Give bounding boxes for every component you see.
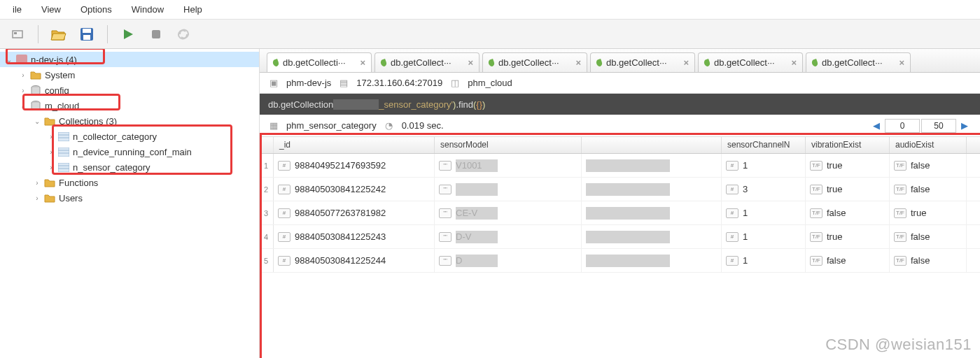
cell-vibrationexist: T/Ffalse <box>806 249 890 272</box>
cell-sensormodel: ""V1001 <box>435 154 582 177</box>
save-icon[interactable] <box>76 24 97 45</box>
close-icon[interactable]: × <box>575 57 581 68</box>
chevron-right-icon[interactable]: › <box>18 87 28 94</box>
type-badge-icon: T/F <box>894 161 906 171</box>
toolbar <box>0 20 980 49</box>
menu-window[interactable]: Window <box>122 1 174 17</box>
close-icon[interactable]: × <box>468 57 473 68</box>
close-icon[interactable]: × <box>360 57 365 68</box>
menu-file[interactable]: ile <box>3 1 31 17</box>
col-sensormodel[interactable]: sensorModel <box>435 137 582 153</box>
connect-icon[interactable] <box>7 24 28 45</box>
open-icon[interactable] <box>48 24 69 45</box>
cell-id: #988405030841225243 <box>274 225 435 248</box>
type-badge-icon: T/F <box>810 185 822 194</box>
table-row[interactable]: 5#988405030841225244""D#1T/FfalseT/Ffals… <box>260 249 980 273</box>
table-row[interactable]: 2#988405030841225242""#3T/FtrueT/Ffalse <box>260 178 980 201</box>
close-icon[interactable]: × <box>791 57 797 68</box>
svg-rect-9 <box>58 132 69 141</box>
query-prefix: db.getCollection <box>268 99 333 110</box>
folder-icon <box>43 177 56 188</box>
menu-view[interactable]: View <box>31 1 71 17</box>
type-badge-icon: # <box>278 232 290 242</box>
chevron-right-icon[interactable]: › <box>32 179 42 187</box>
type-badge-icon: # <box>726 185 738 194</box>
redacted-overlay <box>456 231 498 243</box>
col-vibrationexist[interactable]: vibrationExist <box>806 137 890 153</box>
type-badge-icon: # <box>278 208 290 218</box>
page-offset-input[interactable] <box>885 119 920 133</box>
chevron-down-icon[interactable]: ⌄ <box>32 117 42 125</box>
query-tab[interactable]: db.getCollect···× <box>698 52 803 72</box>
tree-item[interactable]: ›n_device_running_conf_main <box>0 144 259 159</box>
database-icon <box>29 100 42 111</box>
close-icon[interactable]: × <box>683 57 689 68</box>
tree-item-label: Functions <box>59 178 98 188</box>
type-badge-icon: # <box>278 161 290 171</box>
cell-audioexist: T/Ffalse <box>890 249 967 272</box>
run-icon[interactable] <box>118 24 139 45</box>
query-tab[interactable]: db.getCollect···× <box>482 52 587 72</box>
server-icon: ▣ <box>268 78 279 89</box>
chevron-right-icon[interactable]: › <box>32 194 42 202</box>
tree-item[interactable]: ›n_sensor_category <box>0 159 259 175</box>
chevron-right-icon[interactable]: › <box>46 148 56 156</box>
table-row[interactable]: 4#988405030841225243""D-V#1T/FtrueT/Ffal… <box>260 225 980 249</box>
col-audioexist[interactable]: audioExist <box>890 137 967 153</box>
cell-audioexist: T/Ffalse <box>890 225 967 248</box>
database-icon <box>29 85 42 96</box>
tab-label: db.getCollect··· <box>714 57 775 68</box>
result-grid: _id sensorModel sensorChannelN vibration… <box>260 137 980 358</box>
page-prev-button[interactable]: ◀ <box>869 119 883 133</box>
redacted-overlay <box>456 159 498 172</box>
chevron-right-icon[interactable]: › <box>18 71 28 79</box>
col-sensorchanneln[interactable]: sensorChannelN <box>722 137 806 153</box>
svg-rect-3 <box>83 29 91 33</box>
cell-blank <box>582 249 722 272</box>
page-next-button[interactable]: ▶ <box>958 119 972 133</box>
type-badge-icon: # <box>726 208 738 218</box>
tree-item[interactable]: ⌄Collections (3) <box>0 113 259 129</box>
close-icon[interactable]: × <box>899 57 904 68</box>
row-number: 4 <box>260 225 274 248</box>
mongo-leaf-icon <box>811 58 819 66</box>
type-badge-icon: # <box>726 256 738 266</box>
refresh-icon[interactable] <box>174 24 195 45</box>
redacted-text: xx <box>333 99 379 110</box>
collection-icon <box>57 146 70 157</box>
tree-connection-root[interactable]: ⌄ n-dev-js (4) <box>0 52 259 67</box>
tree-item[interactable]: ›n_collector_category <box>0 129 259 144</box>
grid-header: _id sensorModel sensorChannelN vibration… <box>260 137 980 154</box>
chevron-right-icon[interactable]: › <box>46 133 56 141</box>
query-tab[interactable]: db.getCollect···× <box>806 52 911 72</box>
col-id[interactable]: _id <box>274 137 435 153</box>
menu-help[interactable]: Help <box>174 1 212 17</box>
row-number-header <box>260 137 274 153</box>
query-tab[interactable]: db.getCollect···× <box>590 52 695 72</box>
page-limit-input[interactable] <box>921 119 956 133</box>
menu-bar: ile View Options Window Help <box>0 0 980 20</box>
menu-options[interactable]: Options <box>71 1 122 17</box>
cell-vibrationexist: T/Ffalse <box>806 201 890 224</box>
query-tab[interactable]: db.getCollect···× <box>374 52 479 72</box>
tree-item[interactable]: ›System <box>0 67 259 83</box>
tree-item[interactable]: ›Functions <box>0 175 259 190</box>
table-row[interactable]: 3#988405077263781982""CE-V#1T/FfalseT/Ft… <box>260 201 980 225</box>
row-number: 1 <box>260 154 274 177</box>
stop-icon[interactable] <box>146 24 167 45</box>
query-tab[interactable]: db.getCollecti···× <box>267 52 372 72</box>
chevron-down-icon[interactable]: ⌄ <box>18 102 28 110</box>
redacted-overlay <box>586 207 670 220</box>
col-blank[interactable] <box>582 137 722 153</box>
tree-item[interactable]: ›config <box>0 83 259 98</box>
content-pane: db.getCollecti···×db.getCollect···×db.ge… <box>259 49 980 358</box>
tree-item[interactable]: ›Users <box>0 190 259 206</box>
pager: ◀ ▶ <box>869 119 972 133</box>
cell-vibrationexist: T/Ftrue <box>806 225 890 248</box>
table-row[interactable]: 1#988404952147693592""V1001#1T/FtrueT/Ff… <box>260 154 980 178</box>
query-editor[interactable]: db.getCollectionxx_sensor_category').fin… <box>260 94 980 115</box>
svg-rect-5 <box>152 30 160 38</box>
svg-rect-15 <box>58 163 69 172</box>
chevron-right-icon[interactable]: › <box>46 164 56 171</box>
tree-item[interactable]: ⌄m_cloud <box>0 98 259 113</box>
